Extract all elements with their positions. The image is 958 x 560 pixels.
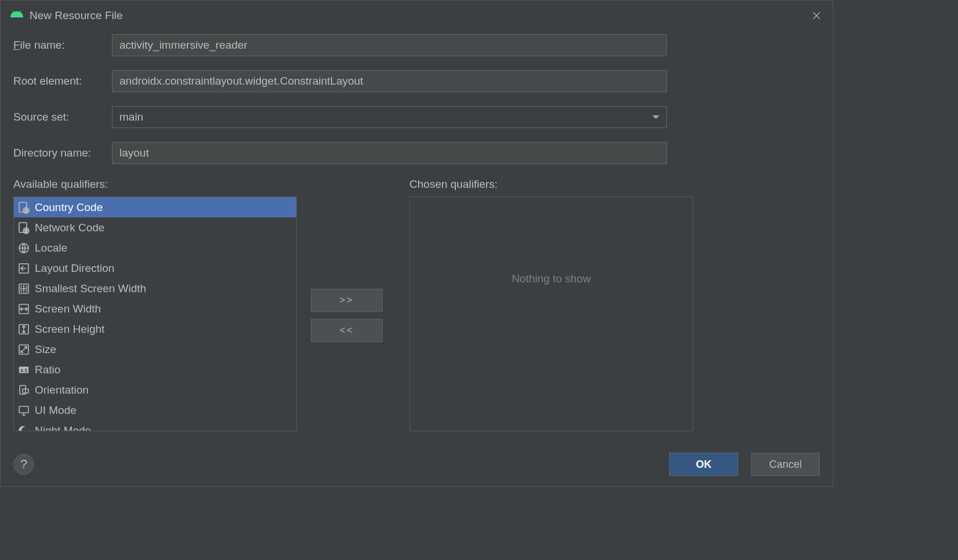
qualifier-label: Screen Width: [35, 303, 101, 315]
move-buttons-column: >> <<: [306, 178, 387, 435]
available-qualifiers-list[interactable]: Country CodeNetwork CodeLocaleLayout Dir…: [13, 197, 297, 431]
sourceset-row: Source set: main: [13, 106, 820, 128]
qualifier-item[interactable]: Night Mode: [14, 420, 296, 431]
qualifier-label: Country Code: [35, 201, 103, 214]
qualifier-item[interactable]: Layout Direction: [14, 258, 296, 278]
qualifier-label: Size: [35, 343, 56, 356]
orientation-icon: [17, 384, 30, 397]
remove-qualifier-button[interactable]: <<: [311, 319, 383, 342]
svg-text:4:3: 4:3: [20, 368, 27, 373]
add-qualifier-button[interactable]: >>: [311, 289, 383, 312]
qualifier-label: UI Mode: [35, 404, 77, 417]
sourceset-label: Source set:: [13, 111, 112, 124]
arrow-h-icon: [17, 303, 30, 315]
qualifier-item[interactable]: Screen Width: [14, 299, 296, 319]
qualifier-label: Layout Direction: [35, 262, 114, 275]
qualifier-item[interactable]: Country Code: [14, 197, 296, 217]
qualifier-label: Locale: [35, 242, 67, 254]
qualifier-label: Orientation: [35, 384, 89, 397]
sourceset-value: main: [119, 111, 143, 123]
directory-row: Directory name:: [13, 142, 820, 164]
titlebar: New Resource File: [1, 1, 833, 31]
qualifier-label: Ratio: [35, 363, 60, 376]
file-globe-icon: [17, 221, 30, 234]
qualifiers-section: Available qualifiers: Country CodeNetwor…: [13, 178, 820, 435]
available-column: Available qualifiers: Country CodeNetwor…: [13, 178, 297, 435]
qualifier-label: Screen Height: [35, 323, 104, 336]
filename-row: File name:: [13, 34, 820, 56]
directory-label: Directory name:: [13, 147, 112, 160]
chosen-column: Chosen qualifiers: Nothing to show: [409, 178, 693, 435]
qualifier-item[interactable]: Orientation: [14, 380, 296, 400]
globe-icon: [17, 242, 30, 254]
available-label: Available qualifiers:: [13, 178, 297, 191]
close-button[interactable]: [810, 9, 823, 23]
qualifier-label: Night Mode: [35, 424, 91, 432]
expand-all-icon: [17, 282, 30, 295]
arrow-v-icon: [17, 323, 30, 336]
qualifier-label: Network Code: [35, 221, 104, 234]
dialog-body: File name: Root element: Source set: mai…: [1, 31, 833, 486]
expand-diag-icon: [17, 343, 30, 356]
file-globe-icon: [17, 201, 30, 214]
ratio-icon: 4:3: [17, 363, 30, 376]
root-element-label: Root element:: [13, 75, 112, 88]
qualifier-item[interactable]: 4:3Ratio: [14, 359, 296, 380]
android-icon: [10, 9, 24, 23]
qualifier-item[interactable]: UI Mode: [14, 400, 296, 420]
qualifier-item[interactable]: Network Code: [14, 217, 296, 238]
sourceset-select[interactable]: main: [112, 106, 667, 128]
dialog-buttons: ? OK Cancel: [13, 435, 820, 476]
qualifier-item[interactable]: Screen Height: [14, 319, 296, 339]
qualifier-item[interactable]: Size: [14, 339, 296, 359]
root-element-input[interactable]: [112, 70, 667, 92]
svg-rect-16: [19, 406, 28, 413]
arrow-left-box-icon: [17, 262, 30, 275]
qualifier-item[interactable]: Smallest Screen Width: [14, 278, 296, 299]
directory-input[interactable]: [112, 142, 667, 164]
ok-button[interactable]: OK: [669, 453, 738, 476]
qualifier-label: Smallest Screen Width: [35, 282, 146, 295]
new-resource-dialog: New Resource File File name: Root elemen…: [0, 0, 833, 487]
monitor-icon: [17, 404, 30, 417]
moon-icon: [17, 424, 30, 432]
filename-input[interactable]: [112, 34, 667, 56]
filename-label: File name:: [13, 39, 112, 52]
chosen-qualifiers-list[interactable]: Nothing to show: [409, 197, 693, 431]
qualifier-item[interactable]: Locale: [14, 238, 296, 258]
root-row: Root element:: [13, 70, 820, 92]
dialog-title: New Resource File: [30, 9, 804, 22]
help-button[interactable]: ?: [13, 454, 34, 475]
empty-placeholder: Nothing to show: [410, 197, 692, 285]
chevron-down-icon: [652, 115, 659, 119]
cancel-button[interactable]: Cancel: [751, 453, 820, 476]
chosen-label: Chosen qualifiers:: [409, 178, 693, 191]
